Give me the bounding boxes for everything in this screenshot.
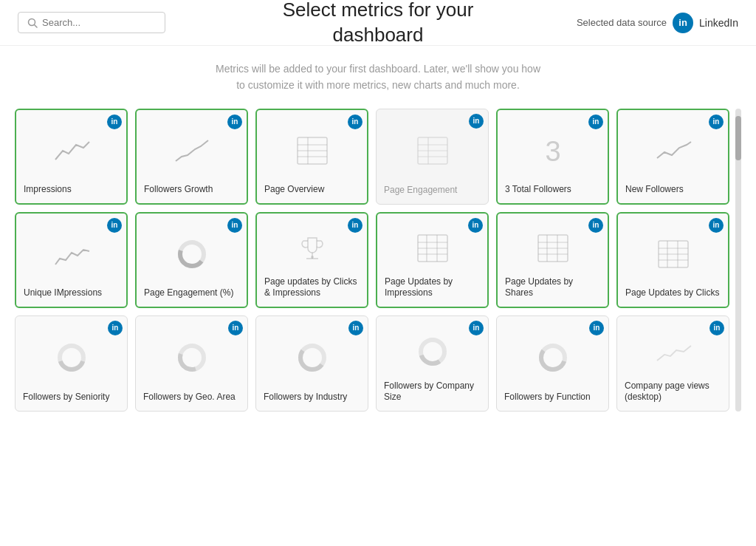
- card-icon-page-updates-impressions: [385, 221, 480, 273]
- search-icon: [27, 18, 38, 28]
- card-label-followers-growth: Followers Growth: [144, 184, 239, 196]
- card-icon-unique-impressions: [24, 221, 119, 284]
- metric-card-page-overview[interactable]: in Page Overview: [255, 109, 368, 205]
- card-label-followers-geo: Followers by Geo. Area: [143, 392, 240, 403]
- linkedin-badge-impressions: in: [107, 115, 122, 129]
- metric-card-page-updates-impressions[interactable]: in Page Updates by Impressions: [376, 212, 489, 308]
- metric-card-page-engagement[interactable]: in Page Engagement: [376, 109, 489, 205]
- svg-line-1: [35, 24, 38, 27]
- linkedin-icon: in: [673, 13, 693, 33]
- card-icon-page-updates-shares: [505, 221, 600, 273]
- svg-text:3: 3: [545, 136, 560, 167]
- linkedin-badge-page-engagement: in: [469, 114, 484, 129]
- card-icon-impressions: [24, 117, 119, 181]
- card-icon-page-engagement-pct: [144, 221, 239, 284]
- card-icon-followers-industry: [264, 324, 360, 389]
- linkedin-badge-new-followers: in: [709, 115, 724, 129]
- card-label-new-followers: New Followers: [625, 184, 721, 196]
- card-icon-followers-growth: [144, 117, 239, 181]
- header-center: Select metrics for your dashboard: [283, 0, 474, 47]
- card-label-page-updates-clicks: Page Updates by Clicks: [625, 287, 721, 299]
- metric-card-company-page-views[interactable]: in Company page views (desktop): [616, 315, 729, 412]
- page-title: Select metrics for your dashboard: [283, 0, 474, 47]
- linkedin-badge-followers-industry: in: [348, 321, 363, 335]
- metric-card-page-updates-shares[interactable]: in Page Updates by Shares: [496, 212, 609, 308]
- card-label-followers-company-size: Followers by Company Size: [384, 381, 481, 403]
- header-right: Selected data source in LinkedIn: [577, 13, 738, 33]
- card-icon-new-followers: [625, 117, 721, 181]
- metric-card-new-followers[interactable]: in New Followers: [616, 109, 729, 205]
- linkedin-name: LinkedIn: [699, 17, 738, 29]
- card-label-page-engagement-pct: Page Engagement (%): [144, 287, 239, 299]
- linkedin-badge-page-updates-clicks: in: [709, 218, 724, 233]
- card-label-page-updates-shares: Page Updates by Shares: [505, 276, 600, 299]
- card-label-followers-seniority: Followers by Seniority: [23, 392, 120, 403]
- card-icon-page-overview: [264, 117, 360, 181]
- main-content: in Impressions in Followers Growth in: [0, 101, 756, 426]
- metric-card-followers-industry[interactable]: in Followers by Industry: [255, 315, 368, 412]
- scrollbar-thumb[interactable]: [735, 116, 741, 160]
- metric-card-page-updates-clicks[interactable]: in Page Updates by Clicks: [616, 212, 729, 308]
- card-icon-page-engagement: [384, 117, 481, 182]
- card-label-page-overview: Page Overview: [264, 184, 360, 196]
- linkedin-badge-page-updates-impressions: in: [468, 218, 483, 233]
- linkedin-badge-page-updates-clicks-impressions: in: [348, 218, 362, 233]
- linkedin-badge-page-updates-shares: in: [588, 218, 603, 233]
- card-icon-followers-geo: [143, 324, 240, 389]
- metric-card-unique-impressions[interactable]: in Unique IMpressions: [15, 212, 128, 308]
- metric-card-followers-company-size[interactable]: in Followers by Company Size: [376, 315, 489, 412]
- linkedin-badge-page-overview: in: [348, 115, 362, 129]
- metric-card-impressions[interactable]: in Impressions: [15, 109, 128, 205]
- data-source-label: Selected data source: [577, 17, 667, 28]
- card-label-company-page-views: Company page views (desktop): [625, 381, 721, 403]
- linkedin-badge-followers-company-size: in: [469, 321, 484, 335]
- card-icon-page-updates-clicks: [625, 221, 721, 284]
- card-label-unique-impressions: Unique IMpressions: [24, 287, 119, 299]
- card-icon-followers-seniority: [23, 324, 120, 389]
- card-label-followers-function: Followers by Function: [504, 392, 601, 403]
- metrics-grid: in Impressions in Followers Growth in: [15, 109, 735, 412]
- card-label-impressions: Impressions: [24, 184, 119, 196]
- subtitle-text: Metrics will be added to your first dash…: [193, 46, 563, 101]
- metric-card-followers-seniority[interactable]: in Followers by Seniority: [15, 315, 128, 412]
- card-label-total-followers: 3 Total Followers: [505, 184, 600, 196]
- metric-card-followers-geo[interactable]: in Followers by Geo. Area: [135, 315, 248, 412]
- header: Select metrics for your dashboard Select…: [0, 0, 756, 46]
- search-box[interactable]: [18, 12, 165, 33]
- card-icon-page-updates-clicks-impressions: [264, 221, 360, 273]
- linkedin-badge-total-followers: in: [588, 115, 603, 129]
- card-icon-followers-company-size: [384, 324, 481, 378]
- card-label-followers-industry: Followers by Industry: [264, 392, 360, 403]
- scrollbar[interactable]: [735, 109, 741, 412]
- card-label-page-engagement: Page Engagement: [384, 185, 481, 197]
- card-icon-company-page-views: [625, 324, 721, 378]
- card-label-page-updates-clicks-impressions: Page updates by Clicks & Impressions: [264, 276, 360, 299]
- linkedin-badge-followers-function: in: [589, 321, 604, 335]
- linkedin-badge-followers-growth: in: [227, 115, 242, 129]
- metric-card-total-followers[interactable]: in 3 3 Total Followers: [496, 109, 609, 205]
- linkedin-badge-followers-seniority: in: [108, 321, 123, 335]
- linkedin-badge-company-page-views: in: [709, 321, 724, 335]
- svg-point-17: [311, 256, 314, 259]
- card-icon-followers-function: [504, 324, 601, 389]
- metric-card-page-updates-clicks-impressions[interactable]: in Page updates by Clicks & Impressions: [255, 212, 368, 308]
- linkedin-badge-unique-impressions: in: [107, 218, 122, 233]
- card-icon-total-followers: 3: [505, 117, 600, 181]
- metric-card-page-engagement-pct[interactable]: in Page Engagement (%): [135, 212, 248, 308]
- card-label-page-updates-impressions: Page Updates by Impressions: [385, 276, 480, 299]
- linkedin-badge-followers-geo: in: [228, 321, 243, 335]
- metric-card-followers-growth[interactable]: in Followers Growth: [135, 109, 248, 205]
- search-input[interactable]: [42, 17, 156, 28]
- metric-card-followers-function[interactable]: in Followers by Function: [496, 315, 609, 412]
- linkedin-badge-page-engagement-pct: in: [227, 218, 242, 233]
